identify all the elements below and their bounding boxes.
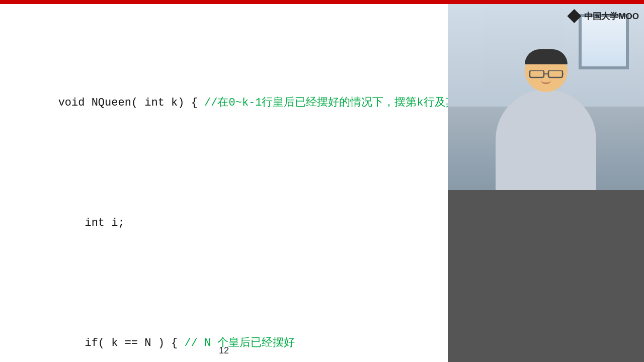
person-hair	[525, 49, 568, 64]
comment-green: //在0~k-1行皇后已经摆好的情况下，摆第k行及其后的皇后	[204, 97, 448, 109]
video-lower	[448, 190, 644, 362]
code-text: void NQueen( int k) {	[58, 97, 204, 109]
code-panel: void NQueen( int k) { //在0~k-1行皇后已经摆好的情况…	[0, 0, 448, 362]
mooc-diamond-icon	[567, 9, 581, 23]
code-content: void NQueen( int k) { //在0~k-1行皇后已经摆好的情况…	[0, 4, 448, 362]
person-mouth	[541, 80, 551, 84]
person-body	[496, 89, 596, 190]
code-line-2: int i;	[0, 198, 448, 249]
video-panel: 中国大学MOO	[448, 0, 644, 362]
person-figure	[496, 49, 596, 190]
mooc-logo: 中国大学MOO	[567, 9, 639, 23]
page-number: 12	[219, 345, 229, 356]
svg-rect-1	[548, 70, 562, 77]
code-text: if( k == N ) {	[58, 337, 185, 349]
mooc-label: 中国大学MOO	[584, 11, 639, 22]
svg-rect-0	[530, 70, 544, 77]
person-head	[525, 49, 568, 92]
person-glasses	[529, 70, 564, 78]
code-line-1: void NQueen( int k) { //在0~k-1行皇后已经摆好的情况…	[0, 77, 448, 129]
main-container: void NQueen( int k) { //在0~k-1行皇后已经摆好的情况…	[0, 0, 644, 362]
comment-green: // N 个皇后已经摆好	[184, 337, 295, 349]
top-bar	[0, 0, 448, 4]
video-frame: 中国大学MOO	[448, 4, 644, 190]
video-top-bar	[448, 0, 644, 4]
code-text: int i;	[58, 217, 125, 229]
